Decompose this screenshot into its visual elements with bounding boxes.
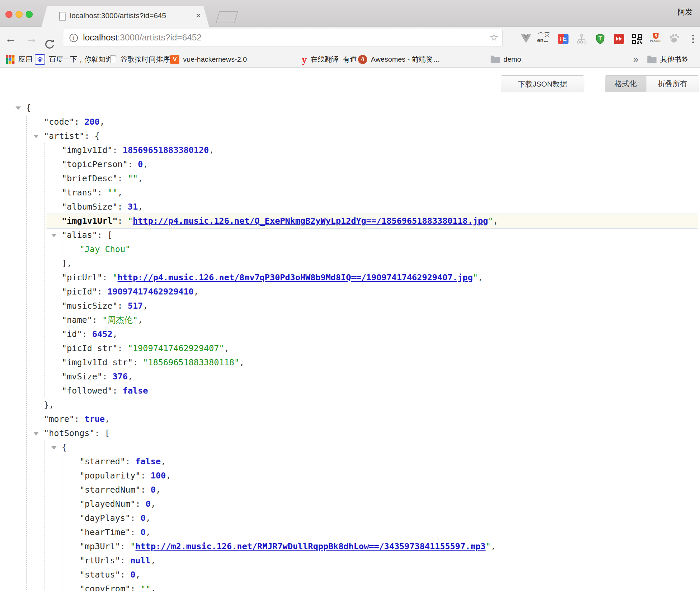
page-favicon-icon bbox=[59, 12, 66, 21]
json-token: : bbox=[113, 386, 123, 396]
json-token: 31 bbox=[128, 202, 138, 212]
json-link[interactable]: http://m2.music.126.net/RMJR7wDullRqppBk… bbox=[136, 541, 486, 551]
bookmark-star-icon[interactable]: ☆ bbox=[490, 29, 498, 46]
json-token: " bbox=[113, 273, 118, 282]
json-token: : bbox=[118, 301, 128, 311]
json-token: : bbox=[92, 315, 102, 325]
bookmark-demo-folder[interactable]: demo bbox=[491, 51, 521, 67]
json-token: "musicSize" bbox=[62, 301, 118, 311]
json-token: null bbox=[130, 556, 151, 565]
video-speed-icon[interactable] bbox=[611, 31, 626, 46]
url-text[interactable]: localhost:3000/artists?id=6452 bbox=[83, 29, 202, 46]
reload-icon[interactable] bbox=[45, 34, 55, 44]
shield-icon[interactable]: T bbox=[593, 31, 608, 46]
format-button[interactable]: 格式化 bbox=[605, 76, 646, 92]
browser-toolbar: ← → i localhost:3000/artists?id=6452 ☆ 英… bbox=[0, 27, 700, 51]
youdao-y-icon: y bbox=[302, 55, 307, 64]
json-token: "img1v1Id_str" bbox=[62, 357, 133, 367]
bookmark-label: demo bbox=[503, 55, 521, 63]
json-token: "19097417462929407" bbox=[128, 343, 224, 353]
json-line: "img1v1Id": 18569651883380120, bbox=[0, 143, 700, 157]
paw-icon[interactable] bbox=[667, 31, 682, 46]
json-token: , bbox=[138, 315, 143, 325]
translate-icon[interactable]: 英 en bbox=[537, 31, 552, 46]
other-bookmarks[interactable]: 其他书签 bbox=[647, 51, 689, 67]
fehelper-icon[interactable]: FE bbox=[556, 31, 571, 46]
json-token: "img1v1Url" bbox=[62, 216, 118, 226]
collapse-arrow-icon[interactable] bbox=[16, 106, 21, 110]
json-token: : bbox=[97, 287, 107, 297]
json-token: : [ bbox=[97, 230, 112, 240]
json-link[interactable]: http://p4.music.126.net/Q_ExePNkmgB2yWyL… bbox=[133, 216, 488, 226]
json-line: ], bbox=[0, 256, 700, 271]
json-token: , bbox=[194, 287, 199, 297]
json-token: "hearTime" bbox=[80, 527, 130, 537]
collapse-arrow-icon[interactable] bbox=[33, 135, 39, 138]
vue-devtools-icon[interactable] bbox=[519, 31, 533, 46]
json-token: : bbox=[120, 570, 130, 580]
json-viewer: {"code": 200,"artist": {"img1v1Id": 1856… bbox=[0, 101, 700, 591]
json-token: : bbox=[130, 527, 141, 537]
json-token: : bbox=[141, 471, 151, 480]
json-token: "copyFrom" bbox=[80, 584, 130, 591]
json-token: : bbox=[82, 329, 92, 339]
back-icon[interactable]: ← bbox=[3, 27, 18, 51]
json-token: "starred" bbox=[80, 457, 125, 466]
bookmark-awesomes[interactable]: A Awesomes - 前端资… bbox=[358, 51, 440, 67]
json-token: , bbox=[118, 188, 123, 197]
qr-code-icon[interactable] bbox=[630, 31, 645, 46]
browser-menu-icon[interactable] bbox=[686, 31, 700, 46]
url-bar[interactable]: i localhost:3000/artists?id=6452 ☆ bbox=[63, 29, 503, 47]
json-token: , bbox=[161, 457, 166, 466]
json-token: "mvSize" bbox=[62, 372, 102, 381]
json-token: "picId" bbox=[62, 287, 97, 297]
page-icon bbox=[110, 55, 116, 63]
json-token: , bbox=[239, 357, 244, 367]
bookmark-label: 在线翻译_有道 bbox=[311, 55, 357, 64]
tab-close-icon[interactable]: × bbox=[196, 6, 201, 27]
sitemap-icon[interactable] bbox=[574, 31, 589, 46]
bookmark-apps[interactable]: 应用 bbox=[6, 51, 32, 67]
json-token: : bbox=[120, 556, 130, 565]
collapse-arrow-icon[interactable] bbox=[51, 234, 57, 237]
json-line: "topicPerson": 0, bbox=[0, 157, 700, 172]
json-line: "more": true, bbox=[0, 412, 700, 426]
bookmarks-bar: 应用 百度一下，你就知道 谷歌按时间排序 V vue-hackernews-2.… bbox=[0, 51, 700, 68]
bookmark-vue-hackernews[interactable]: V vue-hackernews-2.0 bbox=[170, 51, 247, 67]
bookmark-baidu[interactable]: 百度一下，你就知道 bbox=[35, 51, 113, 67]
new-tab-button[interactable] bbox=[216, 11, 238, 23]
translate-zh-glyph: 英 bbox=[545, 31, 550, 38]
collapse-all-button[interactable]: 折叠所有 bbox=[646, 76, 699, 92]
window-minimize-button[interactable] bbox=[16, 11, 23, 18]
json-line: "dayPlays": 0, bbox=[0, 511, 700, 525]
json-line: { bbox=[0, 440, 700, 455]
translate-en-glyph: en bbox=[537, 37, 544, 43]
bookmark-label: 谷歌按时间排序 bbox=[120, 55, 170, 64]
bookmark-label: 百度一下，你就知道 bbox=[49, 55, 113, 64]
json-line: "mvSize": 376, bbox=[0, 370, 700, 384]
window-close-button[interactable] bbox=[5, 11, 12, 18]
json-line: "starredNum": 0, bbox=[0, 483, 700, 497]
download-json-button[interactable]: 下载JSON数据 bbox=[501, 75, 584, 92]
json-token: 376 bbox=[113, 372, 128, 381]
info-icon[interactable]: i bbox=[69, 34, 78, 42]
json-link[interactable]: http://p4.music.126.net/8mv7qP30Pd3oHW8b… bbox=[118, 273, 473, 282]
collapse-arrow-icon[interactable] bbox=[51, 446, 57, 449]
bookmark-google-sort[interactable]: 谷歌按时间排序 bbox=[110, 51, 170, 67]
json-line-highlighted: "img1v1Url": "http://p4.music.126.net/Q_… bbox=[46, 214, 698, 228]
bookmark-youdao[interactable]: y 在线翻译_有道 bbox=[302, 51, 357, 67]
h5-player-icon[interactable]: 5 PLAYER bbox=[648, 31, 663, 46]
folder-icon bbox=[647, 57, 657, 63]
json-token: , bbox=[138, 174, 143, 183]
window-zoom-button[interactable] bbox=[26, 11, 33, 18]
bookmarks-overflow-chevron[interactable]: » bbox=[633, 51, 638, 67]
json-token: : bbox=[128, 159, 138, 169]
json-token: "trans" bbox=[62, 188, 97, 197]
json-token: 200 bbox=[84, 117, 99, 127]
browser-tab[interactable]: localhost:3000/artists?id=645 × bbox=[41, 6, 209, 27]
json-token: "more" bbox=[44, 414, 74, 424]
json-token: "" bbox=[141, 584, 151, 591]
profile-name[interactable]: 阿发 bbox=[678, 0, 693, 26]
collapse-arrow-icon[interactable] bbox=[33, 432, 39, 435]
json-token: : bbox=[118, 216, 128, 226]
